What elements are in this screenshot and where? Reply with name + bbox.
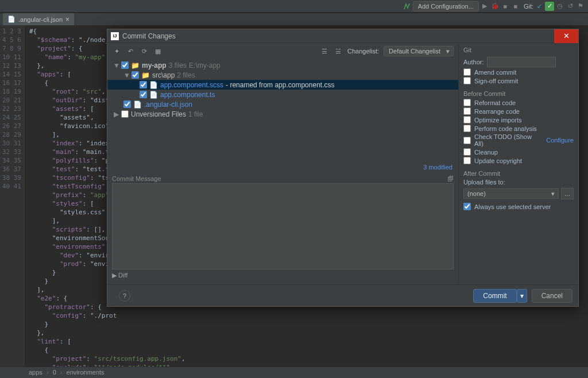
dialog-footer: ? Commit ▾ Cancel — [107, 284, 578, 306]
search-icon[interactable]: ⚑ — [576, 2, 585, 11]
tree-path: E:\my-app — [189, 61, 220, 70]
diff-section[interactable]: ▶ Diff — [107, 269, 458, 281]
commit-icon[interactable]: ✓ — [545, 2, 554, 11]
rearrange-label: Rearrange code — [474, 108, 520, 115]
dialog-right-pane: Git Author: Amend commit Sign-off commit… — [459, 43, 578, 284]
amend-label: Amend commit — [474, 69, 516, 76]
optimize-label: Optimize imports — [474, 117, 522, 124]
tree-count: 3 files — [169, 61, 187, 70]
changelist-label: Changelist: — [347, 48, 379, 55]
history-icon[interactable]: ◷ — [555, 2, 564, 11]
git-label: Git: — [524, 3, 533, 10]
close-icon[interactable]: × — [65, 16, 69, 24]
reformat-checkbox[interactable] — [463, 99, 471, 106]
modified-count: 3 modified — [107, 163, 458, 173]
author-label: Author: — [463, 59, 483, 65]
tab-angular-cli[interactable]: 📄 .angular-cli.json × — [3, 13, 74, 25]
commit-split-button[interactable]: ▾ — [517, 289, 527, 303]
file-tree[interactable]: ▼ 📁 my-app 3 files E:\my-app ▼ 📁 src\app… — [107, 59, 458, 163]
folder-icon: 📁 — [141, 71, 150, 79]
tree-label: my-app — [142, 61, 167, 70]
stop-icon[interactable]: ■ — [501, 2, 510, 11]
tree-note: - renamed from app.component.css — [226, 81, 334, 89]
dialog-titlebar: IJ Commit Changes ✕ — [107, 29, 578, 43]
analysis-checkbox[interactable] — [463, 125, 471, 132]
git-label: Git — [463, 47, 574, 53]
collapse-all-icon[interactable]: ☱ — [334, 47, 343, 56]
editor-tabs: 📄 .angular-cli.json × — [0, 13, 588, 25]
breadcrumb-item[interactable]: 0 — [53, 369, 56, 376]
dialog-close-button[interactable]: ✕ — [554, 29, 578, 43]
tree-label: app.component.ts — [160, 91, 215, 99]
revert-icon[interactable]: ↶ — [126, 47, 135, 56]
build-icon[interactable] — [403, 2, 412, 11]
cleanup-label: Cleanup — [474, 149, 498, 156]
after-commit-label: After Commit — [463, 170, 574, 177]
commit-button[interactable]: Commit — [473, 289, 516, 303]
file-icon: 📄 — [7, 16, 16, 23]
app-logo-icon: IJ — [111, 32, 119, 40]
cancel-button[interactable]: Cancel — [532, 289, 572, 303]
scss-file-icon: 📄 — [149, 81, 158, 89]
upload-dropdown[interactable]: (none) — [463, 188, 559, 199]
amend-checkbox[interactable] — [463, 68, 471, 76]
expand-all-icon[interactable]: ☰ — [320, 47, 329, 56]
stop2-icon[interactable]: ■ — [511, 2, 520, 11]
pane-toolbar: ✦ ↶ ⟳ ▦ ☰ ☱ Changelist: Default Changeli… — [107, 43, 458, 59]
upload-browse-button[interactable]: … — [561, 188, 574, 199]
help-button[interactable]: ? — [119, 290, 130, 302]
signoff-label: Sign-off commit — [474, 78, 518, 84]
tree-label: Unversioned Files — [131, 110, 186, 118]
checkbox[interactable] — [123, 101, 131, 108]
commit-dialog: IJ Commit Changes ✕ ✦ ↶ ⟳ ▦ ☰ ☱ Changeli… — [107, 29, 579, 307]
signoff-checkbox[interactable] — [463, 77, 471, 84]
checkbox[interactable] — [121, 110, 129, 118]
run-icon[interactable]: ▶ — [480, 2, 489, 11]
always-server-checkbox[interactable] — [463, 203, 471, 210]
breadcrumb-item[interactable]: environments — [67, 369, 105, 376]
checkbox[interactable] — [131, 71, 139, 79]
breadcrumb-item[interactable]: apps — [29, 369, 42, 376]
copyright-label: Update copyright — [474, 157, 522, 164]
tree-unversioned[interactable]: ▶ Unversioned Files 1 file — [107, 109, 458, 119]
debug-icon[interactable]: 🐞 — [490, 2, 500, 11]
analysis-label: Perform code analysis — [474, 125, 537, 132]
tree-label: app.component.scss — [160, 81, 223, 89]
history-icon[interactable]: 🗐 — [447, 175, 454, 182]
breadcrumb[interactable]: apps › 0 › environments — [0, 367, 588, 378]
tree-count: 1 file — [188, 110, 203, 118]
copyright-checkbox[interactable] — [463, 157, 471, 164]
reformat-label: Reformat code — [474, 99, 516, 106]
changelist-dropdown[interactable]: Default Changelist — [384, 46, 454, 56]
commit-message-input[interactable] — [112, 183, 454, 269]
checkbox[interactable] — [140, 91, 147, 98]
refresh-icon[interactable]: ⟳ — [140, 47, 149, 56]
tree-file[interactable]: 📄 app.component.scss - renamed from app.… — [107, 80, 458, 90]
dialog-title: Commit Changes — [122, 32, 176, 40]
author-input[interactable] — [487, 57, 556, 67]
cleanup-checkbox[interactable] — [463, 148, 471, 156]
update-icon[interactable]: ↙ — [535, 2, 544, 11]
tree-file[interactable]: 📄 .angular-cli.json — [107, 99, 458, 109]
configure-link[interactable]: Configure — [546, 137, 574, 144]
add-configuration-button[interactable]: Add Configuration... — [413, 1, 479, 11]
tree-file[interactable]: 📄 app.component.ts — [107, 90, 458, 99]
before-commit-label: Before Commit — [463, 90, 574, 97]
json-file-icon: 📄 — [133, 101, 142, 109]
tree-folder[interactable]: ▼ 📁 src\app 2 files — [107, 70, 458, 80]
tab-label: .angular-cli.json — [18, 16, 63, 23]
checkbox[interactable] — [140, 81, 147, 88]
checkbox[interactable] — [121, 61, 129, 69]
todo-label: Check TODO (Show All) — [474, 133, 537, 147]
tree-root[interactable]: ▼ 📁 my-app 3 files E:\my-app — [107, 60, 458, 70]
main-toolbar: Add Configuration... ▶ 🐞 ■ ■ Git: ↙ ✓ ◷ … — [0, 0, 588, 13]
group-icon[interactable]: ▦ — [153, 47, 163, 56]
folder-icon: 📁 — [131, 61, 140, 70]
revert-icon[interactable]: ↺ — [566, 2, 575, 11]
show-diff-icon[interactable]: ✦ — [112, 47, 121, 56]
rearrange-checkbox[interactable] — [463, 107, 471, 115]
ts-file-icon: 📄 — [149, 91, 158, 99]
commit-message-label: Commit Message — [112, 175, 161, 182]
todo-checkbox[interactable] — [463, 137, 471, 144]
optimize-checkbox[interactable] — [463, 116, 471, 124]
